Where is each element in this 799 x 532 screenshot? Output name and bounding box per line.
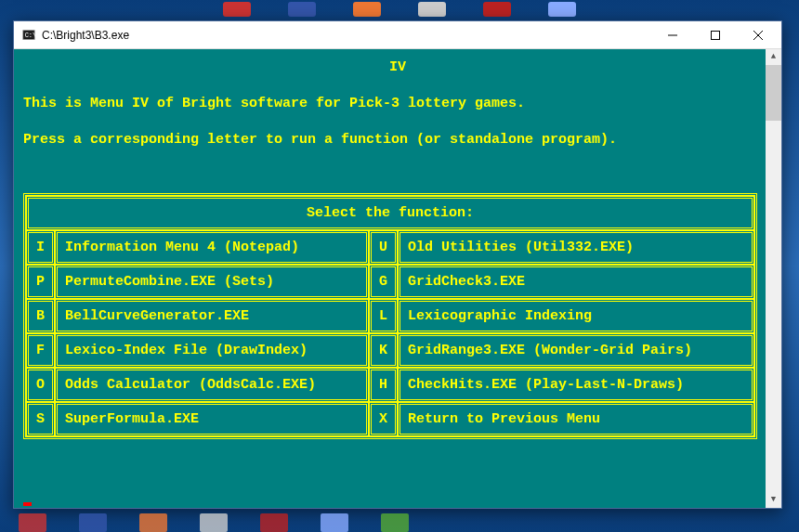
menu-desc: Lexico-Index File (DrawIndex) — [55, 333, 369, 368]
menu-key[interactable]: X — [369, 402, 398, 436]
menu-key[interactable]: H — [369, 368, 398, 402]
menu-desc: Lexicographic Indexing — [398, 299, 754, 333]
taskbar-icon — [353, 2, 381, 17]
table-row: S SuperFormula.EXE X Return to Previous … — [26, 402, 754, 436]
scroll-thumb[interactable] — [766, 65, 781, 121]
menu-key[interactable]: I — [26, 230, 55, 265]
text-cursor — [23, 502, 32, 506]
svg-text:C:\: C:\ — [25, 31, 35, 38]
menu-key[interactable]: K — [369, 333, 398, 368]
menu-desc: GridCheck3.EXE — [398, 265, 754, 299]
app-window: C:\ C:\Bright3\B3.exe IV This is Menu IV… — [13, 20, 782, 509]
taskbar-icon — [223, 2, 251, 17]
table-row: B BellCurveGenerator.EXE L Lexicographic… — [26, 299, 754, 333]
menu-table-title: Select the function: — [26, 196, 754, 230]
taskbar-icon — [260, 513, 288, 532]
intro-line-1: This is Menu IV of Bright software for P… — [14, 97, 781, 110]
intro-line-2: Press a corresponding letter to run a fu… — [14, 133, 781, 147]
console-area[interactable]: IV This is Menu IV of Bright software fo… — [14, 49, 781, 508]
menu-key[interactable]: F — [26, 333, 55, 368]
taskbar-icon — [418, 2, 446, 17]
menu-key[interactable]: S — [26, 402, 55, 436]
minimize-button[interactable] — [651, 21, 694, 48]
table-row: P PermuteCombine.EXE (Sets) G GridCheck3… — [26, 265, 754, 299]
menu-desc: Old Utilities (Util332.EXE) — [398, 230, 754, 265]
desktop-taskbar-top — [0, 0, 799, 19]
menu-key[interactable]: B — [26, 299, 55, 333]
menu-desc: CheckHits.EXE (Play-Last-N-Draws) — [398, 368, 754, 402]
vertical-scrollbar[interactable]: ▲ ▼ — [766, 49, 781, 508]
titlebar[interactable]: C:\ C:\Bright3\B3.exe — [14, 21, 781, 49]
menu-heading: IV — [14, 60, 781, 74]
menu-desc: PermuteCombine.EXE (Sets) — [55, 265, 369, 299]
menu-key[interactable]: L — [369, 299, 398, 333]
desktop-taskbar-bottom — [0, 509, 799, 532]
taskbar-icon — [200, 513, 228, 532]
taskbar-icon — [288, 2, 316, 17]
menu-key[interactable]: G — [369, 265, 398, 299]
taskbar-icon — [321, 513, 348, 532]
table-row: O Odds Calculator (OddsCalc.EXE) H Check… — [26, 368, 754, 402]
menu-key[interactable]: P — [26, 265, 55, 299]
close-button[interactable] — [737, 21, 779, 48]
menu-desc: SuperFormula.EXE — [55, 402, 369, 436]
table-row: F Lexico-Index File (DrawIndex) K GridRa… — [26, 333, 754, 368]
menu-table: Select the function: I Information Menu … — [23, 193, 757, 439]
menu-key[interactable]: U — [369, 230, 398, 265]
window-controls — [651, 21, 779, 48]
window-title: C:\Bright3\B3.exe — [42, 29, 651, 42]
menu-table-wrapper: Select the function: I Information Menu … — [23, 193, 757, 439]
menu-desc: GridRange3.EXE (Wonder-Grid Pairs) — [398, 333, 754, 368]
menu-desc: Return to Previous Menu — [398, 402, 754, 436]
maximize-button[interactable] — [694, 21, 737, 48]
taskbar-icon — [79, 513, 107, 532]
svg-rect-4 — [712, 31, 720, 39]
taskbar-icon — [139, 513, 167, 532]
menu-desc: BellCurveGenerator.EXE — [55, 299, 369, 333]
menu-desc: Information Menu 4 (Notepad) — [55, 230, 369, 265]
scroll-up-arrow-icon[interactable]: ▲ — [766, 49, 781, 65]
taskbar-icon — [548, 2, 576, 17]
menu-key[interactable]: O — [26, 368, 55, 402]
taskbar-icon — [381, 513, 409, 532]
taskbar-icon — [483, 2, 511, 17]
scroll-down-arrow-icon[interactable]: ▼ — [766, 492, 781, 508]
menu-desc: Odds Calculator (OddsCalc.EXE) — [55, 368, 369, 402]
table-row: I Information Menu 4 (Notepad) U Old Uti… — [26, 230, 754, 265]
app-icon: C:\ — [21, 28, 36, 43]
taskbar-icon — [19, 513, 46, 532]
